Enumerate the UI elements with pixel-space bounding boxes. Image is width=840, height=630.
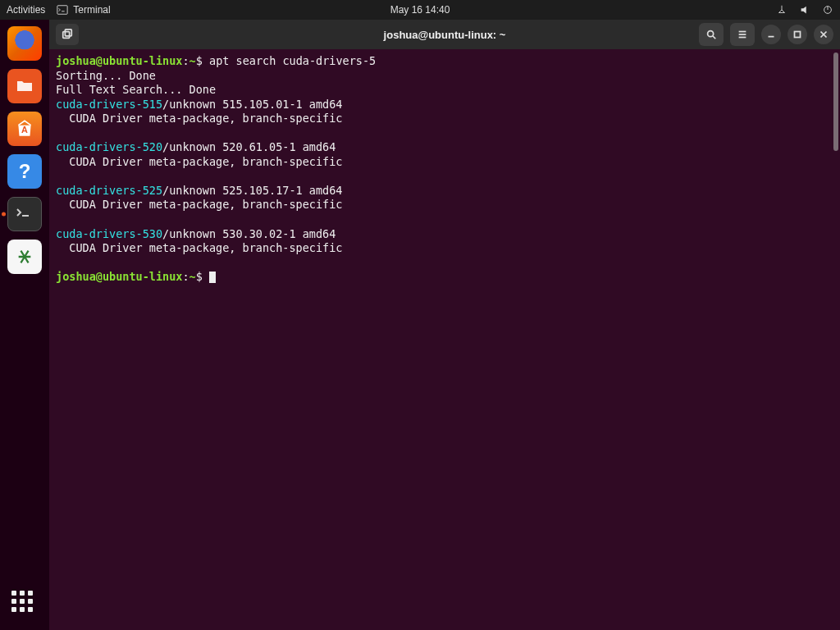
scrollbar-thumb[interactable] (833, 52, 838, 151)
search-button[interactable] (699, 23, 724, 46)
dock-terminal[interactable] (7, 197, 42, 231)
activities-button[interactable]: Activities (7, 4, 45, 16)
pkg-desc: CUDA Driver meta-package, branch-specifi… (56, 198, 833, 212)
active-app-indicator[interactable]: Terminal (57, 4, 110, 16)
show-applications-button[interactable] (11, 591, 38, 617)
window-title: joshua@ubuntu-linux: ~ (384, 29, 506, 41)
close-icon (818, 29, 829, 40)
maximize-icon (792, 29, 803, 40)
command-text: apt search cuda-drivers-5 (209, 54, 376, 67)
new-tab-button[interactable] (56, 24, 79, 45)
terminal-icon (15, 206, 34, 222)
menu-button[interactable] (730, 23, 755, 46)
minimize-icon (765, 29, 777, 40)
prompt-line-1: joshua@ubuntu-linux:~$ apt search cuda-d… (56, 54, 833, 69)
close-button[interactable] (814, 25, 833, 44)
search-icon (705, 29, 717, 40)
recycle-icon (16, 248, 34, 266)
pkg-line: cuda-drivers-520/unknown 520.61.05-1 amd… (56, 140, 833, 155)
hamburger-icon (737, 29, 748, 40)
dock-trash[interactable] (7, 240, 42, 274)
gnome-topbar: Activities Terminal May 16 14:40 (0, 0, 840, 20)
terminal-window: joshua@ubuntu-linux: ~ joshua@ubuntu-lin… (49, 20, 840, 630)
titlebar: joshua@ubuntu-linux: ~ (49, 20, 840, 49)
svg-rect-12 (795, 32, 801, 38)
pkg-desc: CUDA Driver meta-package, branch-specifi… (56, 241, 833, 256)
question-icon: ? (19, 160, 31, 183)
svg-rect-5 (65, 30, 71, 36)
terminal-small-icon (57, 4, 68, 16)
maximize-button[interactable] (788, 25, 807, 44)
clock[interactable]: May 16 14:40 (390, 4, 450, 16)
shopping-bag-icon: A (14, 118, 35, 139)
output-fulltext: Full Text Search... Done (56, 83, 833, 98)
svg-line-7 (713, 36, 716, 39)
dock-files[interactable] (7, 69, 42, 103)
dock-firefox[interactable] (7, 26, 42, 61)
new-tab-icon (62, 29, 73, 40)
pkg-line: cuda-drivers-525/unknown 525.105.17-1 am… (56, 184, 833, 199)
prompt-line-2: joshua@ubuntu-linux:~$ (56, 270, 833, 285)
volume-icon[interactable] (799, 4, 810, 16)
pkg-line: cuda-drivers-530/unknown 530.30.02-1 amd… (56, 227, 833, 242)
cursor (209, 272, 216, 283)
dock-help[interactable]: ? (7, 154, 42, 189)
pkg-desc: CUDA Driver meta-package, branch-specifi… (56, 112, 833, 126)
output-sorting: Sorting... Done (56, 69, 833, 84)
active-app-label: Terminal (73, 4, 110, 16)
network-icon[interactable] (776, 4, 788, 16)
svg-text:A: A (21, 125, 28, 135)
dock: A ? (0, 20, 49, 630)
folder-icon (15, 76, 34, 96)
minimize-button[interactable] (761, 25, 781, 44)
terminal-body[interactable]: joshua@ubuntu-linux:~$ apt search cuda-d… (49, 49, 840, 630)
pkg-desc: CUDA Driver meta-package, branch-specifi… (56, 155, 833, 170)
svg-rect-0 (57, 6, 67, 15)
svg-point-6 (708, 31, 714, 37)
prompt-user-host: joshua@ubuntu-linux (56, 54, 182, 67)
pkg-line: cuda-drivers-515/unknown 515.105.01-1 am… (56, 98, 833, 112)
svg-rect-4 (63, 32, 70, 39)
power-icon[interactable] (822, 4, 833, 16)
dock-software[interactable]: A (7, 112, 42, 146)
